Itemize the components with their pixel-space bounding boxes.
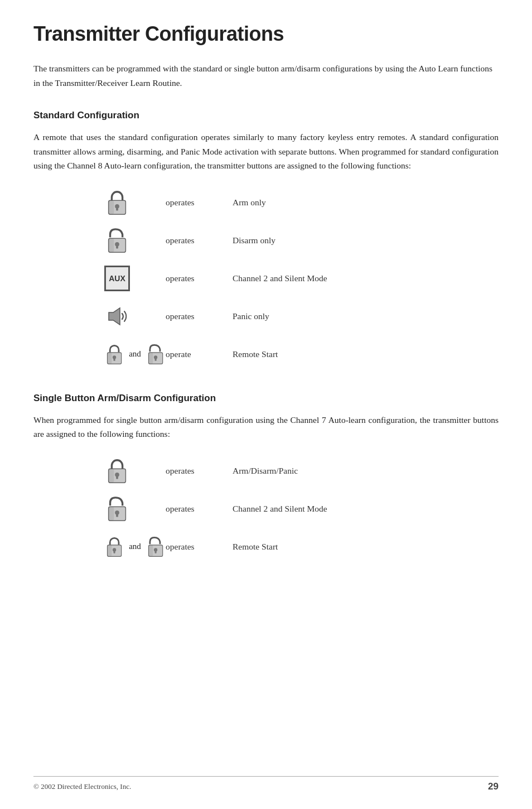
operates-label: operates	[166, 542, 233, 552]
svg-rect-33	[116, 514, 118, 517]
panic-icon	[104, 304, 130, 329]
table-row: operates Channel 2 and Silent Mode	[104, 493, 428, 525]
unlock-icon	[104, 227, 130, 254]
standard-config-description: A remote that uses the standard configur…	[33, 130, 499, 173]
arm-disarm-panic-label: Arm/Disarm/Panic	[233, 466, 298, 476]
svg-rect-10	[109, 200, 114, 214]
and-label: and	[129, 349, 141, 359]
svg-rect-41	[154, 551, 156, 553]
aux-icon: AUX	[104, 266, 130, 291]
operates-label: operates	[166, 504, 233, 514]
unlock-icon-3	[104, 495, 130, 523]
lock-icon-cell-2	[104, 457, 166, 485]
table-row: operates Arm only	[104, 186, 428, 219]
table-row: operates Panic only	[104, 300, 428, 333]
table-row: and operate Remote Start	[104, 338, 428, 370]
and-label-2: and	[129, 542, 141, 551]
operates-label: operates	[166, 198, 233, 208]
table-row: and operates Remote Start	[104, 531, 428, 563]
lock-and-unlock-icon-cell: and	[104, 341, 166, 367]
svg-rect-27	[109, 469, 114, 483]
lock-icon-2	[104, 341, 124, 367]
operates-label: operates	[166, 311, 233, 321]
table-row: AUX operates Channel 2 and Silent Mode	[104, 262, 428, 295]
channel2-silent-label: Channel 2 and Silent Mode	[233, 273, 327, 283]
svg-rect-39	[148, 545, 153, 556]
channel2-silent-label-2: Channel 2 and Silent Mode	[233, 504, 327, 514]
aux-icon-cell: AUX	[104, 266, 166, 291]
standard-config-table: operates Arm only operates Disarm only A…	[104, 186, 428, 370]
page-number: 29	[488, 781, 499, 792]
lock-and-unlock-icon-cell-2: and	[104, 534, 166, 559]
panic-icon-cell	[104, 304, 166, 329]
intro-paragraph: The transmitters can be programmed with …	[33, 61, 499, 90]
unlock-icon-cell	[104, 227, 166, 254]
remote-start-label-2: Remote Start	[233, 542, 278, 552]
remote-start-label: Remote Start	[233, 349, 278, 359]
lock-icon-cell	[104, 189, 166, 216]
single-config-table: operates Arm/Disarm/Panic operates Chann…	[104, 455, 428, 563]
svg-rect-23	[148, 353, 153, 364]
lock-icon-3	[104, 457, 130, 485]
footer: © 2002 Directed Electronics, Inc. 29	[33, 776, 499, 792]
disarm-only-label: Disarm only	[233, 235, 275, 245]
lock-icon-4	[104, 534, 124, 559]
svg-rect-12	[116, 207, 118, 210]
panic-only-label: Panic only	[233, 311, 269, 321]
standard-config-heading: Standard Configuration	[33, 110, 499, 121]
page-title: Transmitter Configurations	[33, 22, 499, 46]
svg-rect-29	[116, 476, 118, 479]
svg-rect-21	[114, 358, 115, 361]
arm-only-label: Arm only	[233, 198, 266, 208]
svg-rect-31	[109, 507, 114, 521]
copyright-text: © 2002 Directed Electronics, Inc.	[33, 782, 131, 791]
single-config-heading: Single Button Arm/Disarm Configuration	[33, 393, 499, 404]
svg-rect-25	[154, 358, 156, 361]
operates-label: operates	[166, 235, 233, 245]
svg-rect-16	[116, 245, 118, 248]
unlock-icon-2	[146, 341, 166, 367]
svg-rect-19	[108, 353, 112, 364]
operate-label: operate	[166, 349, 233, 359]
single-config-description: When programmed for single button arm/di…	[33, 413, 499, 441]
lock-icon	[104, 189, 130, 216]
operates-label: operates	[166, 466, 233, 476]
unlock-icon-cell-2	[104, 495, 166, 523]
table-row: operates Arm/Disarm/Panic	[104, 455, 428, 487]
operates-label: operates	[166, 273, 233, 283]
svg-rect-35	[108, 545, 112, 556]
unlock-icon-4	[146, 534, 166, 559]
svg-rect-37	[114, 551, 115, 553]
table-row: operates Disarm only	[104, 224, 428, 257]
svg-rect-14	[109, 238, 114, 252]
svg-marker-17	[109, 308, 120, 325]
